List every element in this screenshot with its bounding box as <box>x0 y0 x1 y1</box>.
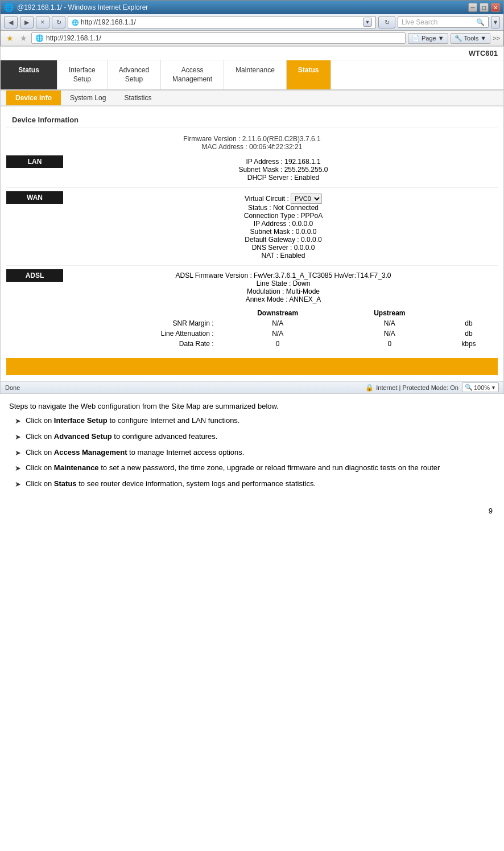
maximize-button[interactable]: □ <box>480 3 489 12</box>
title-bar-left: 🌐 @192.168.1.1/ - Windows Internet Explo… <box>4 3 148 12</box>
more-button[interactable]: >> <box>493 35 500 42</box>
lan-dhcp: DHCP Server : Enabled <box>69 174 498 182</box>
search-bar[interactable]: Live Search 🔍 <box>398 17 489 28</box>
adsl-snr-row: SNR Margin : N/A N/A db <box>69 318 498 328</box>
wan-label-cell: WAN <box>6 191 69 204</box>
sub-nav-device-info[interactable]: Device Info <box>6 91 61 105</box>
wan-nat-value: Enabled <box>280 252 305 260</box>
sub-nav-statistics[interactable]: Statistics <box>115 91 160 105</box>
refresh-button[interactable]: ↻ <box>52 16 65 28</box>
instructions-intro: Steps to navigate the Web configuration … <box>9 401 495 413</box>
adsl-col-unit <box>440 308 498 318</box>
address-bar[interactable]: 🌐 http://192.168.1.1/ ▼ <box>68 16 376 28</box>
wan-vc-select[interactable]: PVC0 <box>291 194 322 204</box>
search-placeholder: Live Search <box>402 18 476 26</box>
device-info-header: Device Information <box>6 112 498 128</box>
adsl-ls-value: Down <box>293 279 311 287</box>
bullet-5-bold: Status <box>54 479 77 488</box>
bullet-1-bold: Interface Setup <box>54 416 108 425</box>
close-button[interactable]: ✕ <box>491 3 500 12</box>
wan-ct-value: PPPoA <box>301 212 323 220</box>
window-controls: ─ □ ✕ <box>468 3 500 12</box>
wan-dns-label: DNS Server : <box>252 244 292 252</box>
adsl-ax-label: Annex Mode : <box>246 295 288 303</box>
nav-status[interactable]: Status <box>287 60 331 89</box>
wan-conn-type: Connection Type : PPPoA <box>69 212 498 220</box>
toolbar-url-text: http://192.168.1.1/ <box>46 34 101 42</box>
stop-button[interactable]: ✕ <box>36 16 49 28</box>
browser-window: 🌐 @192.168.1.1/ - Windows Internet Explo… <box>0 0 504 46</box>
content-area: Device Information Firmware Version : 2.… <box>1 106 503 381</box>
router-ui: WTC601 Status Interface Setup Advanced S… <box>0 46 504 394</box>
adsl-ax-value: ANNEX_A <box>289 295 321 303</box>
bullet-arrow-2: ➤ <box>15 431 21 443</box>
nav-status-label[interactable]: Status <box>1 60 57 89</box>
page-button[interactable]: 📄 Page ▼ <box>408 33 448 44</box>
tools-button[interactable]: 🔧 Tools ▼ <box>451 33 490 44</box>
wan-label: WAN <box>6 191 63 204</box>
bullet-4-bold: Maintenance <box>54 463 99 472</box>
adsl-col-empty <box>69 308 216 318</box>
lan-data: IP Address : 192.168.1.1 Subnet Mask : 2… <box>69 155 498 184</box>
secure-icon: 🌐 <box>72 19 79 26</box>
url-text: http://192.168.1.1/ <box>81 18 361 26</box>
bullet-maintenance: ➤ Click on Maintenance to set a new pass… <box>15 462 495 475</box>
toolbar-globe-icon: 🌐 <box>35 34 44 42</box>
address-dropdown[interactable]: ▼ <box>363 18 372 27</box>
wan-status-value: Not Connected <box>273 204 319 212</box>
search-dropdown[interactable]: ▼ <box>491 16 500 28</box>
adsl-mod-label: Modulation : <box>247 287 284 295</box>
adsl-ls-label: Line State : <box>257 279 291 287</box>
bullet-arrow-5: ➤ <box>15 478 21 491</box>
bullet-list: ➤ Click on Interface Setup to configure … <box>9 415 495 491</box>
bullet-2-bold: Advanced Setup <box>54 432 112 441</box>
zoom-text: 100% <box>474 384 490 391</box>
page-number: 9 <box>489 507 493 515</box>
zoom-dropdown-icon: ▼ <box>491 385 496 390</box>
favorites-star[interactable]: ★ <box>4 32 15 44</box>
status-label-text: Status <box>18 66 39 74</box>
forward-button[interactable]: ▶ <box>20 16 34 28</box>
lan-ip: IP Address : 192.168.1.1 <box>69 158 498 166</box>
bullet-arrow-4: ➤ <box>15 462 21 475</box>
bullet-1-text: Click on Interface Setup to configure In… <box>26 415 239 427</box>
adsl-rate-unit: kbps <box>440 339 498 349</box>
bullet-2-text: Click on Advanced Setup to configure adv… <box>26 431 217 443</box>
wan-subnet: Subnet Mask : 0.0.0.0 <box>69 228 498 236</box>
zoom-control[interactable]: 🔍 100% ▼ <box>462 383 499 392</box>
search-icon: 🔍 <box>476 18 485 26</box>
nav-interface-setup[interactable]: Interface Setup <box>57 60 108 89</box>
firmware-version: Firmware Version : 2.11.6.0(RE0.C2B)3.7.… <box>6 135 498 143</box>
status-secure-text: Internet | Protected Mode: On <box>376 384 458 391</box>
zoom-icon: 🔍 <box>465 384 473 391</box>
nav-access-management[interactable]: Access Management <box>161 60 224 89</box>
adsl-mod-value: Multi-Mode <box>286 287 320 295</box>
bullet-4-text: Click on Maintenance to set a new passwo… <box>26 462 440 474</box>
status-right: 🔒 Internet | Protected Mode: On 🔍 100% ▼ <box>365 383 499 392</box>
wan-ct-label: Connection Type : <box>244 212 299 220</box>
adsl-line-state: Line State : Down <box>69 279 498 287</box>
status-done: Done <box>5 384 360 391</box>
back-button[interactable]: ◀ <box>4 16 18 28</box>
adsl-col-downstream: Downstream <box>216 308 340 318</box>
nav-bar: ◀ ▶ ✕ ↻ 🌐 http://192.168.1.1/ ▼ ↻ Live S… <box>1 14 503 31</box>
adsl-data: ADSL Firmware Version : FwVer:3.7.6.1_A_… <box>69 269 498 351</box>
wan-gateway: Default Gateway : 0.0.0.0 <box>69 236 498 244</box>
nav-menu: Status Interface Setup Advanced Setup Ac… <box>1 60 503 91</box>
lan-section: LAN IP Address : 192.168.1.1 Subnet Mask… <box>6 155 498 188</box>
nav-maintenance[interactable]: Maintenance <box>224 60 287 89</box>
minimize-button[interactable]: ─ <box>468 3 477 12</box>
wan-nat: NAT : Enabled <box>69 252 498 260</box>
nav-advanced-setup[interactable]: Advanced Setup <box>108 60 161 89</box>
add-favorites[interactable]: ★ <box>18 32 29 44</box>
sub-nav-system-log[interactable]: System Log <box>61 91 115 105</box>
brand-name: WTC601 <box>469 49 498 57</box>
refresh-nav-button[interactable]: ↻ <box>378 16 395 28</box>
toolbar: ★ ★ 🌐 http://192.168.1.1/ 📄 Page ▼ 🔧 Too… <box>1 31 503 46</box>
adsl-attn-row: Line Attenuation : N/A N/A db <box>69 328 498 339</box>
sub-nav: Device Info System Log Statistics <box>1 91 503 106</box>
router-header: WTC601 <box>1 47 503 60</box>
bullet-arrow-3: ➤ <box>15 447 21 459</box>
status-bar: Done 🔒 Internet | Protected Mode: On 🔍 1… <box>1 381 503 393</box>
wan-dns-value: 0.0.0.0 <box>294 244 315 252</box>
